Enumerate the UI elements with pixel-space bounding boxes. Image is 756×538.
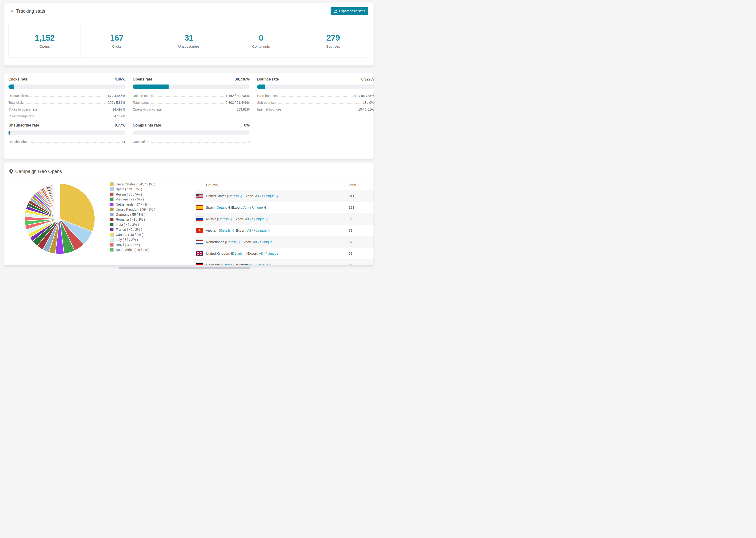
detail-label: Total clicks [9,101,25,104]
card-geo-opens: Campaign Geo Opens United States ( 541 /… [4,163,374,265]
details-link[interactable]: Details › [226,240,239,244]
export-unique-link[interactable]: Unique › [264,194,277,198]
export-label: Export: [236,229,247,232]
export-label: Export: [242,240,253,244]
details-link[interactable]: Details › [232,252,244,255]
rate-detail-row: Unique clicks 167 / 4.456% [9,94,125,98]
export-unique-link[interactable]: Unique › [252,206,265,209]
legend-item[interactable]: Vietnam ( 79 / 5% ) [110,197,155,202]
geo-pie-chart[interactable] [24,183,95,255]
rate-detail-row: Clicks to opens rate 14.497% [9,108,125,111]
legend-item[interactable]: France ( 42 / 2% ) [110,227,155,232]
legend-item[interactable]: Brazil ( 33 / 2% ) [110,242,155,247]
export-basic-stats-button[interactable]: Export basic stats [331,7,369,15]
total-value: 79 [349,229,374,232]
horizontal-scrollbar-thumb[interactable] [119,267,250,269]
legend-swatch [110,248,114,252]
leader-dots [39,110,111,110]
export-unique-link[interactable]: Unique › [268,252,281,255]
country-flag-icon [196,194,203,198]
rate-block: Opens rate 30.736% Unique opens 1,152 / … [133,77,249,111]
detail-label: Unique opens [133,94,153,98]
legend-item[interactable]: Netherlands ( 67 / 4% ) [110,202,155,207]
page-title: Tracking stats [16,9,45,14]
stat-box: 1,152 Opens [9,24,81,58]
export-button-label: Export basic stats [339,9,365,13]
table-row: United Kingdom [Details ›] [Export: All … [194,248,374,259]
rate-detail-rows: Unique opens 1,152 / 30.736% Total opens… [133,94,249,111]
legend-swatch [110,183,114,186]
total-value: 59 [349,252,374,255]
rate-title: Bounce rate [257,77,279,81]
stat-label: Complaints [252,44,270,48]
legend-item[interactable]: South Africa ( 29 / 2% ) [110,247,155,252]
export-all-link[interactable]: All › [243,206,249,209]
stat-box: 279 Bounces [297,24,369,58]
legend-swatch [110,238,114,242]
country-cell: Germany [Details ›] [Export: All › / Uni… [194,263,349,265]
geo-legend: United States ( 541 / 31% ) Spain ( 121 … [110,182,155,252]
details-link[interactable]: Details › [220,229,233,232]
export-all-link[interactable]: All › [245,217,251,221]
leader-dots [30,142,120,143]
export-unique-link[interactable]: Unique › [256,229,269,232]
country-flag-icon [196,217,203,221]
details-link[interactable]: Details › [228,194,241,198]
legend-swatch [110,213,114,216]
legend-item[interactable]: India ( 46 / 3% ) [110,222,155,227]
legend-item[interactable]: Germany ( 55 / 3% ) [110,212,155,217]
legend-label: Canada ( 40 / 2% ) [116,233,143,237]
export-all-link[interactable]: All › [247,229,253,232]
geo-title: Campaign Geo Opens [15,169,62,174]
detail-value: 18 / 0% [363,101,374,104]
legend-swatch [110,233,114,237]
details-link[interactable]: Details › [218,217,231,221]
export-unique-link[interactable]: Unique › [257,263,270,265]
rate-detail-row: Internal bounces 19 / 6.81% [257,108,374,111]
country-name: Spain [206,206,215,209]
country-name: United States [206,194,226,198]
legend-item[interactable]: Spain ( 121 / 7% ) [110,187,155,192]
details-link[interactable]: Details › [216,206,229,209]
export-unique-link[interactable]: Unique › [262,240,275,244]
leader-dots [283,110,357,110]
detail-value: 31 [122,140,125,144]
rate-progress-fill [133,84,169,89]
legend-label: India ( 46 / 3% ) [116,223,139,227]
legend-label: Vietnam ( 79 / 5% ) [116,197,144,201]
page-root: Tracking stats Export basic stats 1,152 … [0,0,378,269]
rate-block: Complaints rate 0% Complaints 0 [133,123,249,144]
country-name: Germany [206,263,220,265]
leader-dots [279,96,351,97]
export-all-link[interactable]: All › [253,240,259,244]
legend-label: United States ( 541 / 31% ) [116,183,155,186]
rate-title: Opens rate [133,77,152,81]
rate-detail-rows: Unsubscribes 31 [9,140,125,144]
legend-item[interactable]: Italy ( 36 / 2% ) [110,237,155,242]
rate-title: Unsubscribe rate [9,123,39,128]
legend-label: Spain ( 121 / 7% ) [116,187,142,191]
leader-dots [151,142,246,143]
export-all-link[interactable]: All › [249,263,254,265]
legend-item[interactable]: Russia ( 86 / 5% ) [110,192,155,197]
export-label: Export: [232,206,243,209]
rate-block: Clicks rate 4.46% Unique clicks 167 / 4.… [9,77,125,118]
export-label: Export: [247,252,259,255]
legend-item[interactable]: United Kingdom ( 59 / 3% ) [110,207,155,212]
detail-value: 2,303 / 61.446% [226,101,249,104]
legend-item[interactable]: Canada ( 40 / 2% ) [110,232,155,237]
rate-detail-rows: Complaints 0 [133,140,249,144]
rate-progress [257,84,374,89]
rate-block: Unsubscribe rate 0.77% Unsubscribes 31 [9,123,125,144]
export-all-link[interactable]: All › [255,194,261,198]
export-all-link[interactable]: All › [259,252,265,255]
export-unique-link[interactable]: Unique › [254,217,267,221]
rate-detail-rows: Hard bounces 242 / 86.738% Soft bounces … [257,94,374,111]
details-link[interactable]: Details › [222,263,234,265]
rate-detail-row: Unique opens 1,152 / 30.736% [133,94,249,98]
stats-row: 1,152 Opens 167 Clicks 31 Unsubscribes 0… [9,24,369,58]
legend-item[interactable]: Romania ( 49 / 3% ) [110,217,155,222]
country-flag-icon [196,228,203,233]
legend-item[interactable]: United States ( 541 / 31% ) [110,182,155,187]
leader-dots [29,96,104,97]
